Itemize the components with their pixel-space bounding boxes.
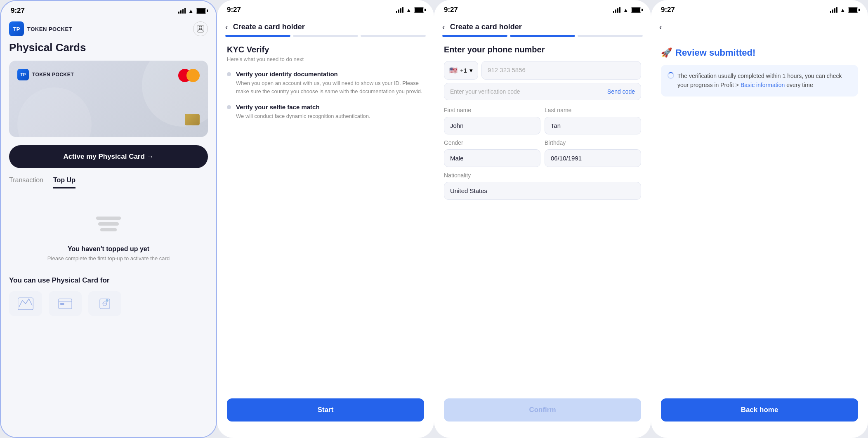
status-time-1: 9:27 — [11, 7, 25, 15]
phone-input-3[interactable]: 912 323 5856 — [481, 61, 641, 80]
status-icons-2: ▲ — [396, 7, 424, 13]
tab-transaction-1[interactable]: Transaction — [9, 177, 43, 188]
last-name-group-3: Last name Tan — [545, 107, 641, 134]
chip-icon-1 — [185, 114, 200, 125]
battery-icon-3 — [631, 7, 641, 13]
screen-2: 9:27 ▲ ‹ Create a card holder — [217, 0, 434, 438]
gender-label-3: Gender — [444, 139, 540, 146]
progress-seg-1-2 — [225, 35, 290, 37]
kyc-dot-2-2 — [227, 105, 231, 109]
svg-rect-5 — [60, 303, 64, 304]
card-visual-1: TP TOKEN POCKET — [9, 61, 208, 137]
use-icons-row-1 — [9, 291, 208, 316]
empty-state-1: You haven't topped up yet Please complet… — [1, 195, 216, 270]
page-title-1: Physical Cards — [1, 41, 216, 61]
info-box-4: The verification usually completed withi… — [661, 65, 858, 97]
empty-subtitle-1: Please complete the first top-up to acti… — [47, 255, 170, 261]
wifi-icon-3: ▲ — [623, 7, 628, 13]
kyc-item-title-1-2: Verify your identity documentation — [236, 71, 424, 78]
progress-seg-3-2 — [361, 35, 426, 37]
status-time-4: 9:27 — [661, 6, 675, 14]
screen-1: 9:27 ▲ TP TOKEN POCKET — [0, 0, 217, 438]
progress-seg-1-3 — [442, 35, 507, 37]
info-text-after-4: every time — [785, 82, 813, 88]
signal-icon-3 — [613, 7, 620, 13]
rocket-emoji-4: 🚀 — [661, 47, 672, 58]
country-code-3: +1 — [460, 67, 467, 74]
back-header-2: ‹ Create a card holder — [217, 17, 434, 32]
back-arrow-2[interactable]: ‹ — [225, 22, 228, 32]
gender-row-3: Gender Male Birthday 06/10/1991 — [444, 139, 641, 167]
card-logo-1: TP TOKEN POCKET — [17, 69, 200, 80]
battery-icon-4 — [848, 7, 858, 13]
gender-input-3[interactable]: Male — [444, 149, 540, 167]
wifi-icon-4: ▲ — [840, 7, 845, 13]
back-header-3: ‹ Create a card holder — [434, 17, 651, 32]
kyc-title-2: KYC Verify — [227, 45, 424, 54]
progress-bar-2 — [217, 35, 434, 45]
signal-icon-4 — [830, 7, 837, 13]
battery-icon-1 — [196, 8, 206, 14]
logo-area-1: TP TOKEN POCKET — [9, 21, 72, 36]
activate-button-1[interactable]: Active my Physical Card → — [9, 145, 208, 168]
screen-3: 9:27 ▲ ‹ Create a card holder — [434, 0, 651, 438]
birthday-label-3: Birthday — [545, 139, 641, 146]
use-icon-3 — [88, 291, 121, 316]
first-name-group-3: First name John — [444, 107, 540, 134]
country-select-3[interactable]: 🇺🇸 +1 ▾ — [444, 61, 478, 80]
verification-row-3: Enter your verification code Send code — [444, 83, 641, 100]
wifi-icon-2: ▲ — [406, 7, 411, 13]
review-title-4: 🚀 Review submitted! — [661, 47, 858, 58]
status-time-2: 9:27 — [227, 6, 241, 14]
app-header-1: TP TOKEN POCKET — [1, 18, 216, 41]
review-title-text-4: Review submitted! — [675, 47, 755, 58]
tab-topup-1[interactable]: Top Up — [53, 177, 75, 188]
card-brand-name-1: TOKEN POCKET — [32, 72, 74, 78]
info-link-4[interactable]: Basic information — [741, 82, 785, 88]
birthday-input-3[interactable]: 06/10/1991 — [545, 149, 641, 167]
use-for-title-1: You can use Physical Card for — [9, 276, 208, 285]
back-header-4: ‹ — [651, 17, 868, 32]
start-button-2[interactable]: Start — [227, 398, 424, 422]
signal-icon-1 — [178, 8, 186, 14]
back-home-button-4[interactable]: Back home — [661, 398, 858, 422]
kyc-item-desc-1-2: When you open an account with us, you wi… — [236, 79, 424, 95]
spinner-4 — [668, 72, 674, 79]
kyc-dot-1-2 — [227, 72, 231, 76]
status-time-3: 9:27 — [444, 6, 458, 14]
phone-title-3: Enter your phone number — [444, 45, 641, 54]
wifi-icon-1: ▲ — [188, 8, 193, 14]
bottom-btn-area-2: Start — [227, 398, 424, 422]
name-row-3: First name John Last name Tan — [444, 107, 641, 134]
confirm-button-3[interactable]: Confirm — [444, 398, 641, 422]
nationality-label-3: Nationality — [444, 172, 641, 179]
bottom-btn-area-4: Back home — [661, 398, 858, 422]
use-icon-2 — [49, 291, 82, 316]
kyc-subtitle-2: Here's what you need to do next — [227, 56, 424, 62]
status-bar-4: 9:27 ▲ — [651, 0, 868, 17]
card-tp-logo-1: TP — [17, 69, 29, 80]
verification-placeholder-3[interactable]: Enter your verification code — [450, 88, 607, 95]
signal-icon-2 — [396, 7, 403, 13]
dropdown-arrow-3: ▾ — [469, 67, 473, 74]
progress-seg-3-3 — [578, 35, 643, 37]
first-name-input-3[interactable]: John — [444, 117, 540, 134]
phone-row-3: 🇺🇸 +1 ▾ 912 323 5856 — [444, 61, 641, 80]
first-name-label-3: First name — [444, 107, 540, 113]
back-arrow-3[interactable]: ‹ — [442, 22, 445, 32]
back-title-2: Create a card holder — [233, 23, 305, 31]
profile-icon-1[interactable] — [193, 21, 208, 36]
nationality-input-3[interactable]: United States — [444, 182, 641, 200]
kyc-item-1-2: Verify your identity documentation When … — [227, 71, 424, 95]
empty-title-1: You haven't topped up yet — [68, 245, 149, 253]
kyc-content-2-2: Verify your selfie face match We will co… — [236, 104, 370, 120]
back-arrow-4[interactable]: ‹ — [659, 22, 662, 32]
kyc-content-1-2: Verify your identity documentation When … — [236, 71, 424, 95]
nationality-group-3: Nationality United States — [444, 172, 641, 200]
send-code-btn-3[interactable]: Send code — [607, 88, 635, 95]
bottom-btn-area-3: Confirm — [444, 398, 641, 422]
status-icons-4: ▲ — [830, 7, 858, 13]
back-title-3: Create a card holder — [450, 23, 522, 31]
last-name-input-3[interactable]: Tan — [545, 117, 641, 134]
progress-seg-2-3 — [510, 35, 575, 37]
